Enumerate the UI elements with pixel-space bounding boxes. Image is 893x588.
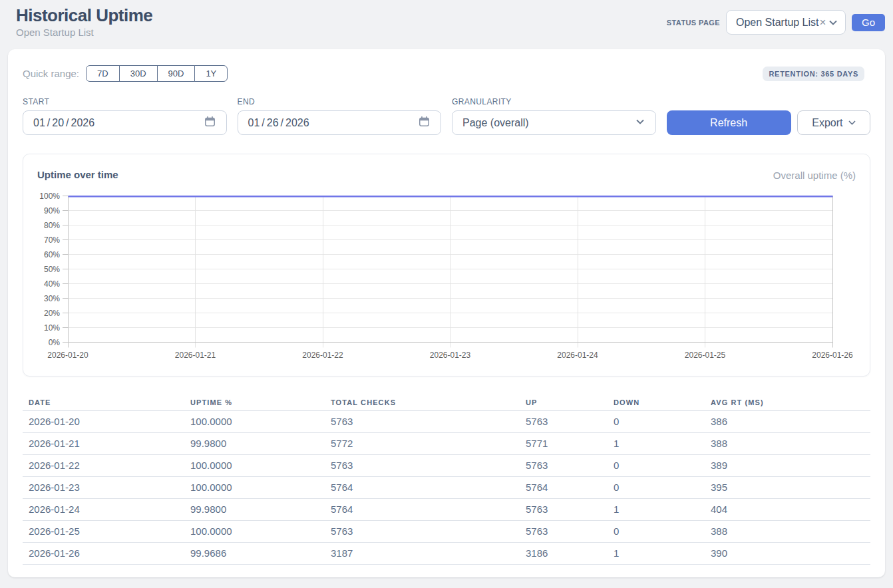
- svg-text:2026-01-26: 2026-01-26: [812, 351, 853, 360]
- svg-text:2026-01-25: 2026-01-25: [685, 351, 726, 360]
- svg-text:50%: 50%: [44, 265, 60, 274]
- svg-text:60%: 60%: [44, 250, 60, 259]
- svg-text:90%: 90%: [44, 206, 60, 216]
- svg-text:100%: 100%: [39, 192, 60, 201]
- svg-text:40%: 40%: [44, 279, 60, 289]
- svg-text:2026-01-21: 2026-01-21: [175, 351, 216, 360]
- svg-text:2026-01-23: 2026-01-23: [430, 351, 471, 360]
- svg-text:80%: 80%: [44, 221, 60, 230]
- svg-text:2026-01-22: 2026-01-22: [302, 351, 343, 360]
- svg-text:2026-01-20: 2026-01-20: [47, 351, 89, 360]
- svg-text:2026-01-24: 2026-01-24: [557, 351, 598, 360]
- svg-text:20%: 20%: [44, 309, 60, 318]
- svg-text:0%: 0%: [49, 338, 61, 347]
- svg-text:70%: 70%: [44, 235, 60, 245]
- svg-text:10%: 10%: [44, 323, 60, 333]
- svg-text:30%: 30%: [44, 294, 60, 303]
